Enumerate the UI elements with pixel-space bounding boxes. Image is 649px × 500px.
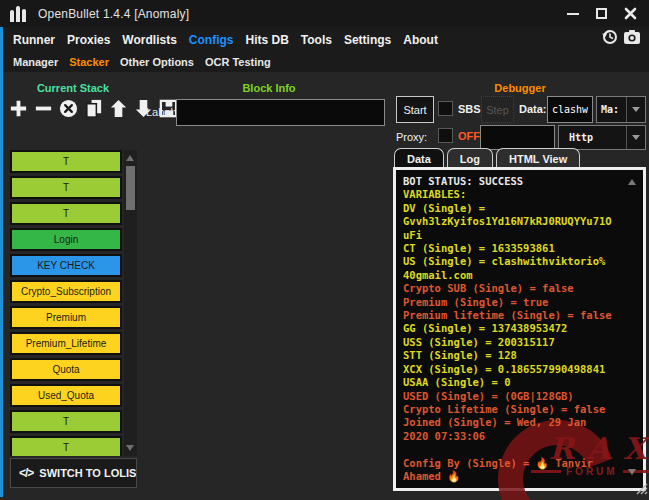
window-accent-border: [0, 27, 3, 497]
block-info-title: Block Info: [150, 82, 388, 94]
terminal-line: Premium (Single) = true: [403, 296, 639, 309]
submenu-item-ocr-testing[interactable]: OCR Testing: [205, 56, 271, 68]
terminal-line: VARIABLES:: [403, 188, 639, 201]
terminal-line: USAA (Single) = 0: [403, 376, 639, 389]
chevron-down-icon: [627, 135, 645, 140]
terminal-line: 2020 07:33:06: [403, 430, 639, 443]
menu-item-tools[interactable]: Tools: [301, 33, 332, 47]
terminal-line: 40gmail.com: [403, 269, 639, 282]
menu-item-runner[interactable]: Runner: [13, 33, 55, 47]
scroll-down-icon[interactable]: [126, 445, 134, 451]
proxy-status: OFF: [458, 130, 480, 142]
menu-item-proxies[interactable]: Proxies: [67, 33, 110, 47]
sbs-checkbox[interactable]: [438, 101, 453, 116]
stack-block[interactable]: T: [10, 176, 122, 199]
debugger-tabs: DataLogHTML View: [394, 148, 580, 168]
terminal-line: Premium lifetime (Single) = false: [403, 309, 639, 322]
terminal-line: Crypto SUB (Single) = false: [403, 282, 639, 295]
stack-block[interactable]: Premium_Lifetime: [10, 332, 122, 355]
clear-icon[interactable]: [57, 96, 80, 120]
debug-data-input[interactable]: [547, 96, 593, 123]
menu-item-settings[interactable]: Settings: [344, 33, 391, 47]
proxy-type-value: Http: [569, 132, 593, 143]
terminal-line: DV (Single) =: [403, 202, 639, 215]
proxy-label: Proxy:: [396, 131, 427, 143]
stack-block[interactable]: T: [10, 410, 122, 433]
tab-data[interactable]: Data: [394, 148, 444, 168]
resize-grip[interactable]: [636, 481, 648, 499]
menu-item-hits-db[interactable]: Hits DB: [245, 33, 288, 47]
tab-log[interactable]: Log: [447, 148, 493, 168]
terminal-scroll-down-icon[interactable]: [628, 469, 636, 475]
code-icon: </>: [19, 466, 33, 480]
stack-block[interactable]: Premium: [10, 306, 122, 329]
tab-html-view[interactable]: HTML View: [496, 148, 580, 168]
terminal-line: Ahamed 🔥: [403, 470, 639, 483]
sbs-label: SBS: [458, 103, 481, 115]
title-bar: OpenBullet 1.4.4 [Anomaly]: [0, 0, 649, 27]
submenu-item-stacker[interactable]: Stacker: [69, 56, 109, 68]
main-menu: RunnerProxiesWordlistsConfigsHits DBTool…: [0, 27, 649, 50]
move-up-icon[interactable]: [107, 96, 130, 120]
stack-block[interactable]: Used_Quota: [10, 384, 122, 407]
clone-icon[interactable]: [82, 96, 105, 120]
minimize-button[interactable]: [567, 13, 579, 15]
terminal-line: Config By (Single) = 🔥 Tanvir: [403, 457, 639, 470]
openbullet-window: OpenBullet 1.4.4 [Anomaly] RunnerProxies…: [0, 0, 649, 500]
switch-button-label: SWITCH TO LOLISCR: [39, 467, 137, 479]
chevron-down-icon: [627, 107, 645, 112]
stack-block[interactable]: T: [10, 202, 122, 225]
debugger-title: Debugger: [395, 82, 645, 94]
block-label-input[interactable]: [176, 99, 385, 126]
submenu-item-other-options[interactable]: Other Options: [120, 56, 194, 68]
terminal-scroll-up-icon[interactable]: [628, 179, 636, 185]
current-stack-title: Current Stack: [10, 82, 136, 94]
proxy-input[interactable]: [480, 125, 555, 150]
terminal-line: STT (Single) = 128: [403, 349, 639, 362]
wordlist-type-value: Ma:: [601, 104, 619, 115]
maximize-button[interactable]: [596, 8, 607, 19]
wordlist-type-select[interactable]: Ma:: [596, 96, 646, 123]
start-button[interactable]: Start: [396, 96, 434, 123]
submenu-item-manager[interactable]: Manager: [13, 56, 58, 68]
screenshot-icon[interactable]: [623, 29, 641, 49]
proxy-checkbox[interactable]: [438, 128, 453, 143]
close-button[interactable]: [624, 7, 637, 20]
terminal-line: Crypto Lifetime (Single) = false: [403, 403, 639, 416]
stack-block[interactable]: T: [10, 150, 122, 173]
proxy-type-select[interactable]: Http: [558, 125, 646, 150]
terminal-line: CT (Single) = 1633593861: [403, 242, 639, 255]
window-title: OpenBullet 1.4.4 [Anomaly]: [38, 7, 189, 21]
terminal-line: BOT STATUS: SUCCESS: [403, 175, 639, 188]
stack-block[interactable]: KEY CHECK: [10, 254, 122, 277]
menu-item-about[interactable]: About: [403, 33, 438, 47]
debugger-output[interactable]: RAX FORUM BOT STATUS: SUCCESSVARIABLES:D…: [393, 167, 646, 491]
menu-item-configs[interactable]: Configs: [189, 33, 234, 47]
stack-block[interactable]: Login: [10, 228, 122, 251]
menu-item-wordlists[interactable]: Wordlists: [122, 33, 176, 47]
terminal-lines: BOT STATUS: SUCCESSVARIABLES:DV (Single)…: [396, 170, 643, 483]
stack-list: TTTLoginKEY CHECKCrypto_SubscriptionPrem…: [10, 150, 122, 456]
terminal-line: USS (Single) = 200315117: [403, 336, 639, 349]
step-button[interactable]: Step: [481, 96, 514, 123]
scroll-up-icon[interactable]: [126, 155, 134, 161]
app-logo-icon: [10, 6, 26, 22]
history-icon[interactable]: [601, 28, 618, 49]
stack-block[interactable]: Quota: [10, 358, 122, 381]
data-label: Data:: [519, 103, 547, 115]
terminal-line: US (Single) = clashwithviktorio%: [403, 255, 639, 268]
switch-to-loliscript-button[interactable]: </> SWITCH TO LOLISCR: [10, 458, 137, 488]
terminal-line: uFi: [403, 229, 639, 242]
terminal-line: GG (Single) = 137438953472: [403, 322, 639, 335]
remove-icon[interactable]: [32, 96, 55, 120]
stack-block[interactable]: Crypto_Subscription: [10, 280, 122, 303]
add-icon[interactable]: [7, 96, 30, 120]
terminal-line: XCX (Single) = 0.186557990498841: [403, 363, 639, 376]
terminal-line: [403, 443, 639, 456]
stack-block[interactable]: T: [10, 436, 122, 456]
configs-submenu: ManagerStackerOther OptionsOCR Testing: [0, 50, 649, 72]
stack-scrollbar[interactable]: [124, 150, 137, 456]
label-caption: Label:: [146, 106, 176, 118]
terminal-line: Gvvh3lzKyifos1Yd16N7kRJ0RUQYYu71O: [403, 215, 639, 228]
scroll-thumb[interactable]: [126, 166, 135, 210]
